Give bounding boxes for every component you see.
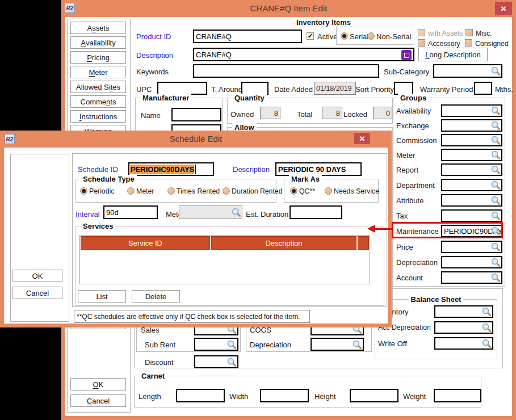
search-icon[interactable] (226, 357, 237, 367)
description-field[interactable]: CRANE#Q (193, 48, 414, 61)
periodic-radio[interactable] (80, 187, 87, 195)
long-description-popup-icon[interactable] (401, 50, 412, 60)
search-icon[interactable] (352, 339, 362, 350)
group-availability-field[interactable] (441, 104, 502, 117)
sub-category-field[interactable] (433, 64, 502, 78)
active-checkbox[interactable] (307, 32, 314, 40)
warranty-period-field[interactable] (474, 82, 492, 95)
close-icon[interactable]: ✕ (354, 133, 370, 144)
acc-depreciation-field[interactable] (434, 321, 493, 334)
misc-checkbox[interactable] (465, 29, 473, 36)
services-table-header: Service ID Description (80, 236, 370, 250)
close-icon[interactable]: ✕ (495, 2, 512, 15)
search-icon[interactable] (490, 135, 501, 145)
sidebar-item-allowed-sites[interactable]: Allowed Sites (70, 81, 126, 93)
gl-depreciation-field[interactable] (311, 338, 364, 351)
cancel-button[interactable]: Cancel (70, 394, 126, 407)
search-icon[interactable] (481, 322, 492, 333)
services-table-body[interactable] (80, 250, 370, 284)
group-department-field[interactable] (441, 179, 502, 191)
length-field[interactable] (176, 389, 225, 402)
dialog-description-field[interactable]: PERIODIC 90 DAYS (275, 162, 362, 176)
group-tax-field[interactable] (441, 209, 502, 222)
search-icon[interactable] (490, 272, 501, 283)
sidebar-item-pricing[interactable]: Pricing (70, 51, 126, 64)
search-icon[interactable] (490, 66, 501, 76)
t-around-field[interactable] (241, 82, 269, 95)
duration-rented-label: Duration Rented (232, 187, 283, 196)
est-duration-field[interactable] (290, 205, 342, 219)
qc-note: **QC schedules are effective only if QC … (74, 310, 310, 323)
schedule-id-selected-text: PERIODIC90DAYS (130, 165, 194, 174)
schedule-id-field[interactable]: PERIODIC90DAYS (128, 162, 214, 176)
weight-field[interactable] (434, 389, 481, 402)
search-icon[interactable] (490, 195, 501, 205)
search-icon[interactable] (226, 339, 237, 350)
carnet-box-label: Carnet (139, 372, 167, 380)
sidebar-item-availability[interactable]: Availability (70, 36, 126, 49)
qc-radio[interactable] (290, 187, 297, 195)
width-label: Width (229, 392, 248, 401)
group-account-field[interactable] (441, 271, 502, 284)
needs-service-radio[interactable] (325, 187, 332, 195)
product-id-field[interactable]: CRANE#Q (193, 30, 302, 43)
search-icon[interactable] (490, 257, 501, 267)
accessory-label: Accessory (428, 40, 460, 48)
manufacturer-name-field[interactable] (171, 108, 221, 121)
group-depreciation-field[interactable] (441, 256, 502, 268)
keywords-label: Keywords (136, 68, 169, 76)
group-attribute-field[interactable] (441, 194, 502, 207)
search-icon[interactable] (490, 165, 501, 175)
schedule-edit-titlebar[interactable]: R2 Schedule Edit ✕ (0, 131, 392, 148)
group-report-field[interactable] (441, 163, 502, 176)
group-commission-field[interactable] (441, 134, 502, 146)
width-field[interactable] (260, 389, 309, 402)
sidebar-item-assets[interactable]: Assets (70, 22, 126, 34)
dialog-ok-button[interactable]: OK (12, 270, 62, 282)
sub-rent-field[interactable] (194, 338, 238, 351)
inventory-field[interactable] (434, 305, 493, 318)
dialog-cancel-button[interactable]: Cancel (12, 287, 62, 299)
item-edit-titlebar[interactable]: R2 CRANE#Q Item Edit ✕ (61, 0, 516, 17)
search-icon[interactable] (490, 242, 501, 252)
height-field[interactable] (350, 389, 398, 402)
group-exchange-field[interactable] (441, 119, 502, 132)
times-rented-label: Times Rented (177, 187, 220, 196)
non-serial-radio[interactable] (367, 32, 375, 40)
keywords-field[interactable] (193, 64, 379, 78)
list-button[interactable]: List (78, 290, 126, 303)
sort-priority-field[interactable] (394, 82, 413, 95)
search-icon[interactable] (481, 338, 492, 348)
sidebar-item-instructions[interactable]: Instructions (70, 110, 126, 123)
service-id-column-header[interactable]: Service ID (81, 236, 210, 250)
times-rented-radio[interactable] (167, 187, 175, 195)
write-off-field[interactable] (434, 337, 493, 350)
sidebar-item-comments[interactable]: Comments (70, 95, 126, 108)
consigned-checkbox[interactable] (465, 39, 472, 47)
desktop: R2 CRANE#Q Item Edit ✕ Assets Availabili… (0, 0, 516, 420)
search-icon[interactable] (490, 150, 501, 160)
sidebar-item-meter[interactable]: Meter (70, 66, 126, 78)
search-icon[interactable] (490, 120, 501, 131)
delete-button[interactable]: Delete (132, 290, 180, 303)
search-icon[interactable] (231, 207, 241, 217)
serial-radio[interactable] (341, 32, 348, 40)
discount-field[interactable] (194, 355, 238, 368)
duration-rented-radio[interactable] (223, 187, 230, 195)
interval-field[interactable]: 90d (103, 205, 158, 219)
group-price-field[interactable] (441, 241, 502, 253)
accessory-checkbox[interactable] (418, 39, 425, 47)
interval-label: Interval (75, 210, 100, 219)
ok-button[interactable]: OK (70, 378, 126, 390)
schedule-type-label: Schedule Type (81, 175, 137, 183)
group-meter-field[interactable] (441, 149, 502, 161)
search-icon[interactable] (490, 106, 501, 116)
meter-type-radio[interactable] (127, 187, 135, 195)
description-column-header[interactable]: Description (211, 236, 356, 250)
search-icon[interactable] (490, 180, 501, 190)
upc-field[interactable] (157, 82, 207, 95)
long-description-button[interactable]: Long Description (418, 48, 488, 61)
needs-service-label: Needs Service (334, 187, 379, 196)
search-icon[interactable] (490, 211, 501, 221)
search-icon[interactable] (481, 306, 492, 317)
